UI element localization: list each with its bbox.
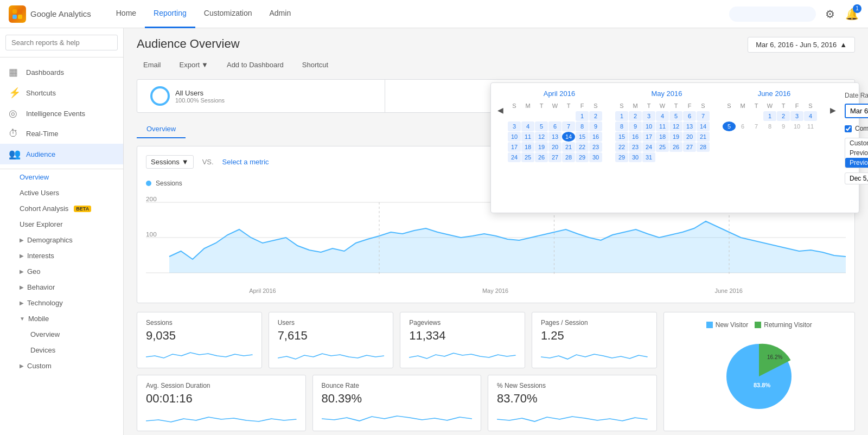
apr-d6[interactable]: 6: [548, 121, 561, 131]
apr-d30[interactable]: 30: [589, 152, 602, 162]
jun-d1[interactable]: 1: [763, 111, 776, 121]
sidebar-sub-mobile[interactable]: ▼ Mobile: [20, 311, 123, 327]
apr-d25[interactable]: 25: [521, 152, 534, 162]
apr-d12[interactable]: 12: [535, 132, 548, 142]
may-d22[interactable]: 22: [615, 142, 628, 152]
may-d29[interactable]: 29: [615, 152, 628, 162]
apr-d1[interactable]: 1: [576, 111, 589, 121]
may-d8[interactable]: 8: [615, 121, 628, 131]
cmp-custom-option[interactable]: Custom: [845, 138, 868, 148]
jun-d5[interactable]: 5: [723, 121, 736, 131]
jun-d10[interactable]: 10: [790, 121, 803, 131]
may-d2[interactable]: 2: [629, 111, 642, 121]
select-metric-link[interactable]: Select a metric: [222, 158, 269, 166]
jun-d3[interactable]: 3: [790, 111, 803, 121]
cal-prev-btn[interactable]: ◀: [497, 106, 503, 114]
nav-reporting[interactable]: Reporting: [145, 0, 195, 28]
apr-d2[interactable]: 2: [589, 111, 602, 121]
may-d12[interactable]: 12: [669, 121, 682, 131]
apr-d4[interactable]: 4: [521, 121, 534, 131]
may-d23[interactable]: 23: [629, 142, 642, 152]
may-d3[interactable]: 3: [642, 111, 655, 121]
may-d17[interactable]: 17: [642, 132, 655, 142]
may-d19[interactable]: 19: [669, 132, 682, 142]
sidebar-sub-overview[interactable]: Overview: [20, 169, 123, 185]
may-d18[interactable]: 18: [656, 132, 669, 142]
sidebar-sub-devices[interactable]: Devices: [30, 342, 123, 358]
apr-d9[interactable]: 9: [589, 121, 602, 131]
apr-d15[interactable]: 15: [576, 132, 589, 142]
sidebar-sub-behavior[interactable]: ▶ Behavior: [20, 279, 123, 295]
search-input[interactable]: [5, 35, 118, 50]
apr-d13[interactable]: 13: [548, 132, 561, 142]
nav-home[interactable]: Home: [107, 0, 145, 28]
sidebar-sub-demographics[interactable]: ▶ Demographics: [20, 232, 123, 248]
sidebar-item-shortcuts[interactable]: ⚡ Shortcuts: [0, 82, 123, 103]
sidebar-item-dashboards[interactable]: ▦ Dashboards: [0, 62, 123, 82]
may-d14[interactable]: 14: [697, 121, 710, 131]
may-d27[interactable]: 27: [683, 142, 696, 152]
sidebar-sub-technology[interactable]: ▶ Technology: [20, 295, 123, 311]
may-d7[interactable]: 7: [697, 111, 710, 121]
apr-d14[interactable]: 14: [562, 132, 575, 142]
may-d28[interactable]: 28: [697, 142, 710, 152]
start-date-input[interactable]: [845, 104, 868, 118]
sidebar-sub-user-explorer[interactable]: User Explorer: [20, 216, 123, 232]
may-d25[interactable]: 25: [656, 142, 669, 152]
apr-d17[interactable]: 17: [508, 142, 521, 152]
may-d11[interactable]: 11: [656, 121, 669, 131]
sidebar-sub-cohort[interactable]: Cohort Analysis BETA: [20, 201, 123, 216]
settings-icon[interactable]: ⚙: [822, 7, 838, 22]
may-d4[interactable]: 4: [656, 111, 669, 121]
apr-d19[interactable]: 19: [535, 142, 548, 152]
apr-d27[interactable]: 27: [548, 152, 561, 162]
sidebar-sub-active-users[interactable]: Active Users: [20, 185, 123, 201]
jun-d2[interactable]: 2: [777, 111, 790, 121]
add-dashboard-button[interactable]: Add to Dashboard: [220, 58, 290, 72]
nav-admin[interactable]: Admin: [261, 0, 300, 28]
may-d9[interactable]: 9: [629, 121, 642, 131]
apr-d5[interactable]: 5: [535, 121, 548, 131]
sidebar-sub-geo[interactable]: ▶ Geo: [20, 264, 123, 279]
may-d21[interactable]: 21: [697, 132, 710, 142]
apr-d20[interactable]: 20: [548, 142, 561, 152]
jun-d8[interactable]: 8: [763, 121, 776, 131]
may-d31[interactable]: 31: [642, 152, 655, 162]
apr-d11[interactable]: 11: [521, 132, 534, 142]
email-button[interactable]: Email: [137, 58, 168, 72]
apr-d29[interactable]: 29: [576, 152, 589, 162]
apr-d3[interactable]: 3: [508, 121, 521, 131]
may-d1[interactable]: 1: [615, 111, 628, 121]
sidebar-sub-mobile-overview[interactable]: Overview: [30, 327, 123, 342]
notification-icon[interactable]: 🔔 1: [844, 7, 859, 22]
may-d13[interactable]: 13: [683, 121, 696, 131]
shortcut-button[interactable]: Shortcut: [296, 58, 335, 72]
jun-d4[interactable]: 4: [804, 111, 817, 121]
apr-d28[interactable]: 28: [562, 152, 575, 162]
jun-d11[interactable]: 11: [804, 121, 817, 131]
may-d10[interactable]: 10: [642, 121, 655, 131]
may-d6[interactable]: 6: [683, 111, 696, 121]
apr-d18[interactable]: 18: [521, 142, 534, 152]
export-button[interactable]: Export ▼: [173, 58, 215, 72]
apr-d26[interactable]: 26: [535, 152, 548, 162]
apr-d21[interactable]: 21: [562, 142, 575, 152]
sidebar-sub-interests[interactable]: ▶ Interests: [20, 248, 123, 264]
apr-d8[interactable]: 8: [576, 121, 589, 131]
jun-d6[interactable]: 6: [736, 121, 749, 131]
metric-select[interactable]: Sessions ▼: [146, 155, 194, 169]
sidebar-sub-custom[interactable]: ▶ Custom: [20, 358, 123, 374]
apr-d7[interactable]: 7: [562, 121, 575, 131]
may-d24[interactable]: 24: [642, 142, 655, 152]
date-range-button[interactable]: Mar 6, 2016 - Jun 5, 2016 ▲: [748, 37, 855, 53]
apr-d10[interactable]: 10: [508, 132, 521, 142]
nav-customization[interactable]: Customization: [195, 0, 261, 28]
cmp-previous-period-option[interactable]: Previous period: [845, 148, 868, 158]
may-d16[interactable]: 16: [629, 132, 642, 142]
jun-d9[interactable]: 9: [777, 121, 790, 131]
may-d30[interactable]: 30: [629, 152, 642, 162]
sidebar-item-intelligence[interactable]: ◎ Intelligence Events: [0, 103, 123, 124]
cmp-previous-year-option[interactable]: Previous year: [845, 158, 868, 168]
tab-overview[interactable]: Overview: [137, 120, 186, 138]
sidebar-item-realtime[interactable]: ⏱ Real-Time: [0, 124, 123, 144]
